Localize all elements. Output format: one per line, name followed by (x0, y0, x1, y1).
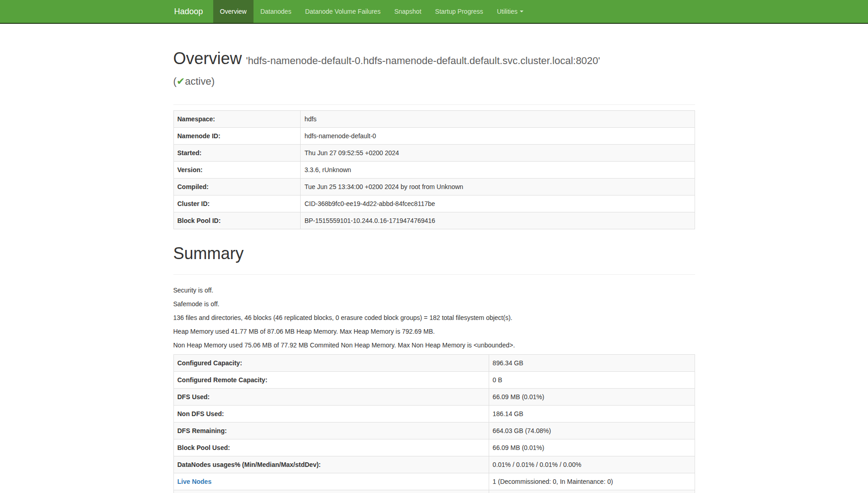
row-value: 0 (Decommissioned: 0, In Maintenance: 0) (489, 490, 695, 493)
table-row-version: Version: 3.3.6, rUnknown (173, 162, 695, 179)
row-label: Version: (173, 162, 301, 179)
nav-tab-overview[interactable]: Overview (213, 0, 253, 23)
row-label: Block Pool Used: (173, 439, 489, 456)
row-label: Started: (173, 145, 301, 162)
table-row-datanodes-usages: DataNodes usages% (Min/Median/Max/stdDev… (173, 456, 695, 473)
table-row-block-pool-id: Block Pool ID: BP-1515559101-10.244.0.16… (173, 212, 695, 229)
table-row-dfs-remaining: DFS Remaining: 664.03 GB (74.08%) (173, 423, 695, 439)
summary-paragraphs: Security is off. Safemode is off. 136 fi… (173, 286, 695, 350)
row-value: CID-368b9fc0-ee19-4d22-abbd-84fcec8117be (301, 195, 695, 212)
namenode-address: 'hdfs-namenode-default-0.hdfs-namenode-d… (246, 55, 600, 66)
row-value: 664.03 GB (74.08%) (489, 423, 695, 439)
row-label: Configured Remote Capacity: (173, 372, 489, 389)
page-title: Overview'hdfs-namenode-default-0.hdfs-na… (173, 49, 695, 91)
filesystem-objects-summary: 136 files and directories, 46 blocks (46… (173, 313, 695, 322)
row-label: Non DFS Used: (173, 406, 489, 423)
table-row-configured-remote-capacity: Configured Remote Capacity: 0 B (173, 372, 695, 389)
table-row-dead-nodes: Dead Nodes 0 (Decommissioned: 0, In Main… (173, 490, 695, 493)
row-label: Compiled: (173, 179, 301, 195)
live-nodes-link[interactable]: Live Nodes (178, 478, 212, 485)
row-value: 66.09 MB (0.01%) (489, 389, 695, 406)
row-label: Namenode ID: (173, 128, 301, 145)
row-value: 3.3.6, rUnknown (301, 162, 695, 179)
row-label: Configured Capacity: (173, 355, 489, 372)
row-label: DFS Remaining: (173, 423, 489, 439)
nav-tab-utilities-label: Utilities (497, 7, 518, 16)
table-row-namespace: Namespace: hdfs (173, 111, 695, 128)
row-value: Tue Jun 25 13:34:00 +0200 2024 by root f… (301, 179, 695, 195)
navbar-container: Hadoop Overview Datanodes Datanode Volum… (167, 0, 702, 23)
summary-heading: Summary (173, 244, 695, 263)
page-title-text: Overview (173, 49, 242, 68)
row-label: DataNodes usages% (Min/Median/Max/stdDev… (173, 456, 489, 473)
table-row-compiled: Compiled: Tue Jun 25 13:34:00 +0200 2024… (173, 179, 695, 195)
row-value: 0 B (489, 372, 695, 389)
row-label: Live Nodes (173, 473, 489, 490)
row-value: hdfs-namenode-default-0 (301, 128, 695, 145)
main-content: Overview'hdfs-namenode-default-0.hdfs-na… (167, 49, 702, 493)
nav-tab-utilities[interactable]: Utilities (490, 0, 530, 23)
summary-section-header: Summary (173, 244, 695, 275)
row-value: 1 (Decommissioned: 0, In Maintenance: 0) (489, 473, 695, 490)
nav-tab-snapshot[interactable]: Snapshot (388, 0, 428, 23)
table-row-started: Started: Thu Jun 27 09:52:55 +0200 2024 (173, 145, 695, 162)
row-value: hdfs (301, 111, 695, 128)
active-check-icon: ✔ (177, 76, 185, 87)
status-active-text: active) (185, 76, 215, 87)
page-header: Overview'hdfs-namenode-default-0.hdfs-na… (173, 49, 695, 105)
navbar-tabs: Overview Datanodes Datanode Volume Failu… (213, 0, 530, 23)
row-label: Namespace: (173, 111, 301, 128)
table-row-namenode-id: Namenode ID: hdfs-namenode-default-0 (173, 128, 695, 145)
row-value: 66.09 MB (0.01%) (489, 439, 695, 456)
security-status: Security is off. (173, 286, 695, 295)
summary-table: Configured Capacity: 896.34 GB Configure… (173, 354, 695, 493)
caret-down-icon (520, 11, 523, 12)
nav-tab-startup-progress[interactable]: Startup Progress (428, 0, 490, 23)
heap-memory-summary: Heap Memory used 41.77 MB of 87.06 MB He… (173, 327, 695, 336)
navbar-brand[interactable]: Hadoop (174, 0, 213, 23)
row-value: BP-1515559101-10.244.0.16-1719474769416 (301, 212, 695, 229)
status-open-paren: ( (173, 76, 177, 87)
row-value: 0.01% / 0.01% / 0.01% / 0.00% (489, 456, 695, 473)
nav-tab-datanodes[interactable]: Datanodes (253, 0, 298, 23)
table-row-non-dfs-used: Non DFS Used: 186.14 GB (173, 406, 695, 423)
table-row-dfs-used: DFS Used: 66.09 MB (0.01%) (173, 389, 695, 406)
non-heap-memory-summary: Non Heap Memory used 75.06 MB of 77.92 M… (173, 341, 695, 350)
row-label: Cluster ID: (173, 195, 301, 212)
row-label: Block Pool ID: (173, 212, 301, 229)
table-row-cluster-id: Cluster ID: CID-368b9fc0-ee19-4d22-abbd-… (173, 195, 695, 212)
row-value: 896.34 GB (489, 355, 695, 372)
navbar: Hadoop Overview Datanodes Datanode Volum… (0, 0, 868, 24)
row-value: 186.14 GB (489, 406, 695, 423)
table-row-block-pool-used: Block Pool Used: 66.09 MB (0.01%) (173, 439, 695, 456)
row-label: Dead Nodes (173, 490, 489, 493)
nav-tab-datanode-volume-failures[interactable]: Datanode Volume Failures (298, 0, 388, 23)
row-value: Thu Jun 27 09:52:55 +0200 2024 (301, 145, 695, 162)
row-label: DFS Used: (173, 389, 489, 406)
namenode-status: (✔active) (173, 76, 215, 87)
table-row-configured-capacity: Configured Capacity: 896.34 GB (173, 355, 695, 372)
overview-table: Namespace: hdfs Namenode ID: hdfs-nameno… (173, 110, 695, 229)
table-row-live-nodes: Live Nodes 1 (Decommissioned: 0, In Main… (173, 473, 695, 490)
safemode-status: Safemode is off. (173, 299, 695, 309)
